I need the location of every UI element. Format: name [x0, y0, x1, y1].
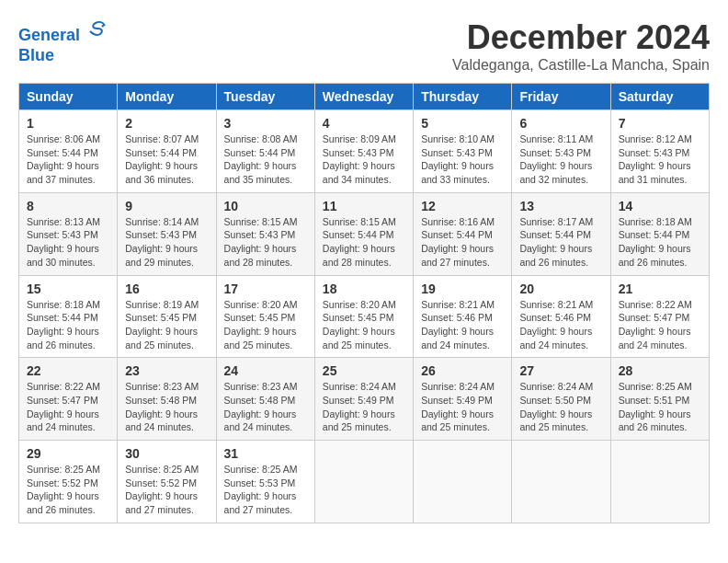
weekday-header-monday: Monday — [118, 84, 216, 110]
calendar-cell — [414, 441, 512, 523]
calendar-cell — [314, 441, 413, 523]
day-info: Sunrise: 8:22 AMSunset: 5:47 PMDaylight:… — [619, 298, 701, 352]
calendar-week-row: 29Sunrise: 8:25 AMSunset: 5:52 PMDayligh… — [19, 441, 710, 523]
calendar-cell: 6Sunrise: 8:11 AMSunset: 5:43 PMDaylight… — [512, 110, 610, 193]
day-number: 11 — [323, 199, 405, 213]
day-number: 13 — [519, 199, 602, 213]
day-info: Sunrise: 8:25 AMSunset: 5:51 PMDaylight:… — [619, 380, 701, 434]
calendar-week-row: 1Sunrise: 8:06 AMSunset: 5:44 PMDaylight… — [19, 110, 710, 193]
day-number: 25 — [323, 363, 405, 378]
calendar-cell: 27Sunrise: 8:24 AMSunset: 5:50 PMDayligh… — [512, 358, 610, 441]
logo-blue: Blue — [18, 46, 108, 66]
day-info: Sunrise: 8:08 AMSunset: 5:44 PMDaylight:… — [224, 132, 307, 187]
day-number: 12 — [421, 199, 504, 213]
day-number: 5 — [421, 116, 504, 131]
calendar-cell: 20Sunrise: 8:21 AMSunset: 5:46 PMDayligh… — [512, 275, 610, 358]
calendar-week-row: 22Sunrise: 8:22 AMSunset: 5:47 PMDayligh… — [19, 358, 710, 441]
day-number: 28 — [619, 363, 701, 378]
day-info: Sunrise: 8:15 AMSunset: 5:44 PMDaylight:… — [323, 215, 405, 270]
day-info: Sunrise: 8:25 AMSunset: 5:53 PMDaylight:… — [224, 463, 307, 517]
day-info: Sunrise: 8:12 AMSunset: 5:43 PMDaylight:… — [619, 132, 701, 187]
calendar-week-row: 8Sunrise: 8:13 AMSunset: 5:43 PMDaylight… — [19, 192, 710, 275]
calendar-cell: 2Sunrise: 8:07 AMSunset: 5:44 PMDaylight… — [118, 110, 216, 193]
location-title: Valdeganga, Castille-La Mancha, Spain — [452, 57, 710, 74]
calendar-cell: 16Sunrise: 8:19 AMSunset: 5:45 PMDayligh… — [118, 275, 216, 358]
calendar-table: SundayMondayTuesdayWednesdayThursdayFrid… — [18, 83, 710, 523]
calendar-header-row: SundayMondayTuesdayWednesdayThursdayFrid… — [19, 84, 710, 110]
day-info: Sunrise: 8:17 AMSunset: 5:44 PMDaylight:… — [519, 215, 602, 270]
day-number: 22 — [27, 363, 109, 378]
calendar-cell: 24Sunrise: 8:23 AMSunset: 5:48 PMDayligh… — [216, 358, 314, 441]
day-info: Sunrise: 8:11 AMSunset: 5:43 PMDaylight:… — [519, 132, 602, 187]
day-number: 29 — [27, 446, 109, 461]
calendar-cell: 12Sunrise: 8:16 AMSunset: 5:44 PMDayligh… — [414, 192, 512, 275]
calendar-cell: 22Sunrise: 8:22 AMSunset: 5:47 PMDayligh… — [19, 358, 118, 441]
day-number: 27 — [519, 363, 602, 378]
calendar-cell: 21Sunrise: 8:22 AMSunset: 5:47 PMDayligh… — [610, 275, 709, 358]
calendar-cell: 29Sunrise: 8:25 AMSunset: 5:52 PMDayligh… — [19, 441, 118, 523]
calendar-cell: 13Sunrise: 8:17 AMSunset: 5:44 PMDayligh… — [512, 192, 610, 275]
day-number: 8 — [27, 199, 109, 213]
calendar-cell — [610, 441, 709, 523]
day-number: 4 — [323, 116, 405, 131]
day-info: Sunrise: 8:20 AMSunset: 5:45 PMDaylight:… — [323, 298, 405, 352]
calendar-cell: 26Sunrise: 8:24 AMSunset: 5:49 PMDayligh… — [414, 358, 512, 441]
day-info: Sunrise: 8:06 AMSunset: 5:44 PMDaylight:… — [27, 132, 109, 187]
day-number: 17 — [224, 282, 307, 296]
day-info: Sunrise: 8:18 AMSunset: 5:44 PMDaylight:… — [619, 215, 701, 270]
month-title: December 2024 — [452, 18, 710, 57]
calendar-cell: 5Sunrise: 8:10 AMSunset: 5:43 PMDaylight… — [414, 110, 512, 193]
day-info: Sunrise: 8:14 AMSunset: 5:43 PMDaylight:… — [125, 215, 208, 270]
day-info: Sunrise: 8:22 AMSunset: 5:47 PMDaylight:… — [27, 380, 109, 434]
calendar-cell: 14Sunrise: 8:18 AMSunset: 5:44 PMDayligh… — [610, 192, 709, 275]
day-info: Sunrise: 8:20 AMSunset: 5:45 PMDaylight:… — [224, 298, 307, 352]
day-number: 10 — [224, 199, 307, 213]
calendar-cell: 8Sunrise: 8:13 AMSunset: 5:43 PMDaylight… — [19, 192, 118, 275]
weekday-header-wednesday: Wednesday — [314, 84, 413, 110]
day-number: 30 — [125, 446, 208, 461]
day-number: 21 — [619, 282, 701, 296]
calendar-cell: 19Sunrise: 8:21 AMSunset: 5:46 PMDayligh… — [414, 275, 512, 358]
calendar-cell — [512, 441, 610, 523]
calendar-cell: 17Sunrise: 8:20 AMSunset: 5:45 PMDayligh… — [216, 275, 314, 358]
day-number: 24 — [224, 363, 307, 378]
calendar-cell: 1Sunrise: 8:06 AMSunset: 5:44 PMDaylight… — [19, 110, 118, 193]
day-info: Sunrise: 8:24 AMSunset: 5:50 PMDaylight:… — [519, 380, 602, 434]
calendar-cell: 28Sunrise: 8:25 AMSunset: 5:51 PMDayligh… — [610, 358, 709, 441]
logo-bird-icon — [86, 18, 108, 40]
day-number: 19 — [421, 282, 504, 296]
calendar-cell: 23Sunrise: 8:23 AMSunset: 5:48 PMDayligh… — [118, 358, 216, 441]
calendar-cell: 10Sunrise: 8:15 AMSunset: 5:43 PMDayligh… — [216, 192, 314, 275]
day-number: 31 — [224, 446, 307, 461]
day-number: 1 — [27, 116, 109, 131]
calendar-cell: 25Sunrise: 8:24 AMSunset: 5:49 PMDayligh… — [314, 358, 413, 441]
day-info: Sunrise: 8:24 AMSunset: 5:49 PMDaylight:… — [421, 380, 504, 434]
day-info: Sunrise: 8:19 AMSunset: 5:45 PMDaylight:… — [125, 298, 208, 352]
day-info: Sunrise: 8:21 AMSunset: 5:46 PMDaylight:… — [519, 298, 602, 352]
day-number: 14 — [619, 199, 701, 213]
calendar-cell: 3Sunrise: 8:08 AMSunset: 5:44 PMDaylight… — [216, 110, 314, 193]
day-info: Sunrise: 8:10 AMSunset: 5:43 PMDaylight:… — [421, 132, 504, 187]
calendar-cell: 7Sunrise: 8:12 AMSunset: 5:43 PMDaylight… — [610, 110, 709, 193]
day-number: 23 — [125, 363, 208, 378]
calendar-cell: 30Sunrise: 8:25 AMSunset: 5:52 PMDayligh… — [118, 441, 216, 523]
weekday-header-thursday: Thursday — [414, 84, 512, 110]
weekday-header-friday: Friday — [512, 84, 610, 110]
day-number: 15 — [27, 282, 109, 296]
day-number: 6 — [519, 116, 602, 131]
day-info: Sunrise: 8:15 AMSunset: 5:43 PMDaylight:… — [224, 215, 307, 270]
weekday-header-sunday: Sunday — [19, 84, 118, 110]
day-number: 16 — [125, 282, 208, 296]
day-info: Sunrise: 8:24 AMSunset: 5:49 PMDaylight:… — [323, 380, 405, 434]
logo-general: General — [18, 26, 80, 44]
day-number: 7 — [619, 116, 701, 131]
day-info: Sunrise: 8:25 AMSunset: 5:52 PMDaylight:… — [27, 463, 109, 517]
day-number: 26 — [421, 363, 504, 378]
day-info: Sunrise: 8:25 AMSunset: 5:52 PMDaylight:… — [125, 463, 208, 517]
day-number: 9 — [125, 199, 208, 213]
calendar-cell: 15Sunrise: 8:18 AMSunset: 5:44 PMDayligh… — [19, 275, 118, 358]
title-block: December 2024 Valdeganga, Castille-La Ma… — [452, 18, 710, 74]
day-info: Sunrise: 8:23 AMSunset: 5:48 PMDaylight:… — [224, 380, 307, 434]
day-info: Sunrise: 8:23 AMSunset: 5:48 PMDaylight:… — [125, 380, 208, 434]
day-info: Sunrise: 8:07 AMSunset: 5:44 PMDaylight:… — [125, 132, 208, 187]
